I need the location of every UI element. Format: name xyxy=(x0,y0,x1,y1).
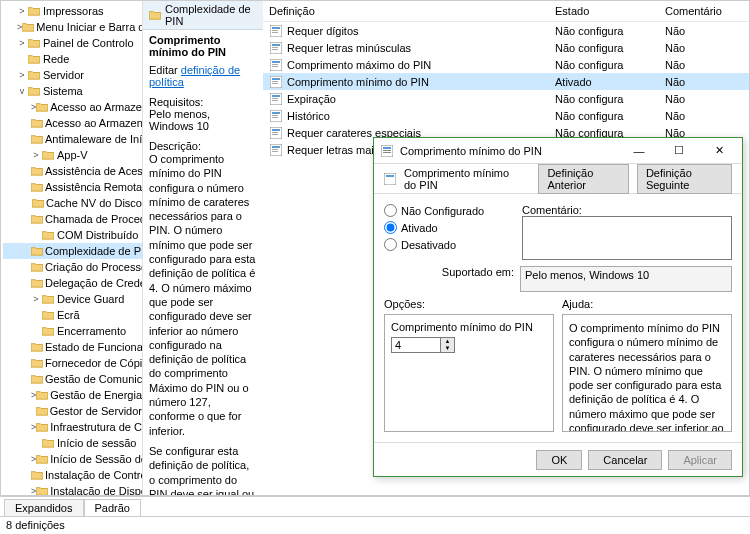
twisty-icon[interactable]: > xyxy=(31,294,41,304)
next-setting-button[interactable]: Definição Seguinte xyxy=(637,164,732,194)
twisty-icon[interactable]: > xyxy=(31,150,41,160)
tree-item[interactable]: Fornecedor de Cópias Som xyxy=(3,355,142,371)
tree-item[interactable]: Antimaleware de Início Ante xyxy=(3,131,142,147)
folder-icon xyxy=(31,181,43,193)
tree-item[interactable]: Instalação de Controlador xyxy=(3,467,142,483)
svg-rect-13 xyxy=(272,78,280,80)
tree-item[interactable]: Gestão de Comunicações pa xyxy=(3,371,142,387)
tree-item[interactable]: >Infraestrutura de Classificaç xyxy=(3,419,142,435)
row-com: Não xyxy=(659,110,749,122)
prev-setting-button[interactable]: Definição Anterior xyxy=(538,164,628,194)
tree-item[interactable]: Delegação de Credenciais xyxy=(3,275,142,291)
radio-enabled[interactable]: Ativado xyxy=(384,221,514,234)
tree-item[interactable]: Rede xyxy=(3,51,142,67)
tab-standard[interactable]: Padrão xyxy=(84,499,141,516)
tree-label: Acesso ao Armazenamento xyxy=(43,117,143,129)
twisty-icon[interactable]: v xyxy=(17,86,27,96)
tree-item[interactable]: >Painel de Controlo xyxy=(3,35,142,51)
col-state[interactable]: Estado xyxy=(549,3,659,19)
pin-length-input[interactable] xyxy=(391,337,441,353)
minimize-button[interactable]: — xyxy=(622,141,656,161)
tree-item[interactable]: Acesso ao Armazenamento xyxy=(3,115,142,131)
tree-item[interactable]: vSistema xyxy=(3,83,142,99)
list-row[interactable]: ExpiraçãoNão configuraNão xyxy=(263,90,749,107)
list-row[interactable]: Requer letras minúsculasNão configuraNão xyxy=(263,39,749,56)
svg-rect-9 xyxy=(272,61,280,63)
list-row[interactable]: Requer dígitosNão configuraNão xyxy=(263,22,749,39)
col-definition[interactable]: Definição xyxy=(263,3,549,19)
list-row[interactable]: HistóricoNão configuraNão xyxy=(263,107,749,124)
req-label: Requisitos: xyxy=(149,96,257,108)
maximize-button[interactable]: ☐ xyxy=(662,141,696,161)
dialog-subtitle: Comprimento mínimo do PIN xyxy=(404,167,522,191)
tree-label: Cache NV do Disco xyxy=(44,197,142,209)
tree-item[interactable]: >Menu Iniciar e Barra de Tarefas xyxy=(3,19,142,35)
svg-rect-36 xyxy=(384,173,396,185)
tree-item[interactable]: Cache NV do Disco xyxy=(3,195,142,211)
tree-item[interactable]: COM Distribuído xyxy=(3,227,142,243)
svg-rect-30 xyxy=(272,149,278,150)
twisty-icon[interactable]: > xyxy=(17,70,27,80)
view-tabs: Expandidos Padrão xyxy=(0,496,750,516)
svg-rect-18 xyxy=(272,98,278,99)
list-row[interactable]: Comprimento máximo do PINNão configuraNã… xyxy=(263,56,749,73)
nav-tree[interactable]: >Impressoras>Menu Iniciar e Barra de Tar… xyxy=(1,1,143,495)
folder-icon xyxy=(22,21,34,33)
folder-icon xyxy=(31,469,43,481)
tree-item[interactable]: >Acesso ao Armazenamento xyxy=(3,99,142,115)
tree-item[interactable]: Complexidade de PIN xyxy=(3,243,142,259)
pin-length-spinner[interactable]: ▲▼ xyxy=(391,337,547,353)
row-def: Expiração xyxy=(287,93,336,105)
tree-item[interactable]: >Impressoras xyxy=(3,3,142,19)
folder-icon xyxy=(31,373,43,385)
spin-up-icon[interactable]: ▲ xyxy=(441,338,454,345)
edit-line: Editar definição de política xyxy=(149,64,257,88)
details-pane: Complexidade de PIN Comprimento mínimo d… xyxy=(143,1,263,495)
tree-label: Instalação de Dispositivos xyxy=(48,485,143,495)
tree-label: Delegação de Credenciais xyxy=(43,277,143,289)
folder-icon xyxy=(31,165,43,177)
tree-item[interactable]: Encerramento xyxy=(3,323,142,339)
comment-textbox[interactable] xyxy=(522,216,732,260)
tree-item[interactable]: >Instalação de Dispositivos xyxy=(3,483,142,495)
apply-button[interactable]: Aplicar xyxy=(668,450,732,470)
folder-icon xyxy=(27,69,41,81)
help-box[interactable]: O comprimento mínimo do PIN configura o … xyxy=(562,314,732,432)
tree-item[interactable]: >Device Guard xyxy=(3,291,142,307)
list-header[interactable]: Definição Estado Comentário xyxy=(263,1,749,22)
radio-not-configured[interactable]: Não Configurado xyxy=(384,204,514,217)
options-label: Opções: xyxy=(384,298,554,310)
close-button[interactable]: ✕ xyxy=(702,141,736,161)
twisty-icon[interactable]: > xyxy=(17,6,27,16)
tree-item[interactable]: >Gestão de Energia xyxy=(3,387,142,403)
list-row[interactable]: Comprimento mínimo do PINAtivadoNão xyxy=(263,73,749,90)
tree-item[interactable]: Ecrã xyxy=(3,307,142,323)
twisty-icon[interactable]: > xyxy=(17,38,27,48)
radio-disabled[interactable]: Desativado xyxy=(384,238,514,251)
tree-label: Instalação de Controlador xyxy=(43,469,143,481)
tree-item[interactable]: >App-V xyxy=(3,147,142,163)
row-def: Requer letras minúsculas xyxy=(287,42,411,54)
tree-item[interactable]: Estado de Funcionamento xyxy=(3,339,142,355)
tree-item[interactable]: Gestor de Servidor xyxy=(3,403,142,419)
tree-item[interactable]: Assistência Remota xyxy=(3,179,142,195)
tree-item[interactable]: Início de sessão xyxy=(3,435,142,451)
tree-item[interactable]: Chamada de Procedimento xyxy=(3,211,142,227)
tree-item[interactable]: >Servidor xyxy=(3,67,142,83)
svg-rect-5 xyxy=(272,44,280,46)
folder-icon xyxy=(41,325,55,337)
row-state: Não configura xyxy=(549,42,659,54)
dialog-titlebar[interactable]: Comprimento mínimo do PIN — ☐ ✕ xyxy=(374,138,742,164)
tree-item[interactable]: Criação do Processo de Au xyxy=(3,259,142,275)
col-comment[interactable]: Comentário xyxy=(659,3,749,19)
policy-dialog: Comprimento mínimo do PIN — ☐ ✕ Comprime… xyxy=(373,137,743,477)
tree-item[interactable]: Assistência de Acesso Negu xyxy=(3,163,142,179)
svg-rect-11 xyxy=(272,66,278,67)
folder-icon xyxy=(31,133,43,145)
cancel-button[interactable]: Cancelar xyxy=(588,450,662,470)
tab-expanded[interactable]: Expandidos xyxy=(4,499,84,516)
ok-button[interactable]: OK xyxy=(536,450,582,470)
spin-down-icon[interactable]: ▼ xyxy=(441,345,454,352)
tree-label: Painel de Controlo xyxy=(41,37,134,49)
tree-item[interactable]: >Início de Sessão de Rede xyxy=(3,451,142,467)
